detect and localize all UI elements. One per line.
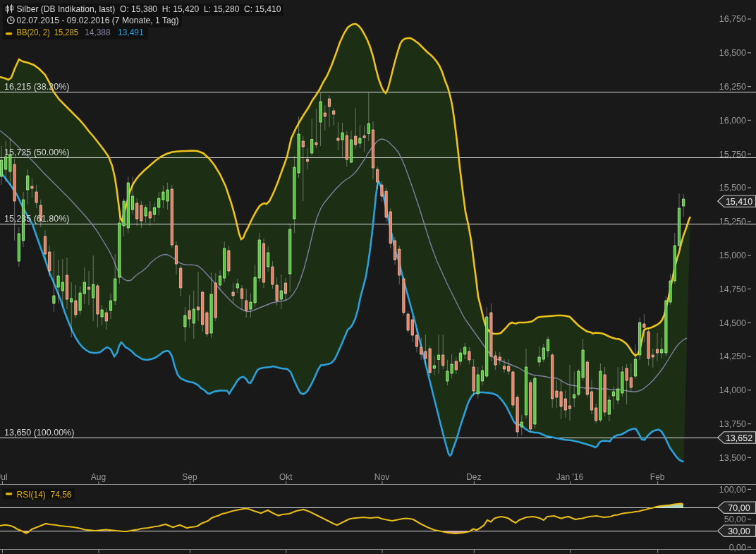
svg-text:Aug: Aug: [91, 472, 106, 482]
svg-text:50,00: 50,00: [724, 514, 746, 524]
svg-text:15,235 (61.80%): 15,235 (61.80%): [4, 214, 69, 224]
svg-text:13,491: 13,491: [118, 28, 144, 37]
svg-text:14,500: 14,500: [719, 318, 746, 328]
svg-text:16,000: 16,000: [719, 116, 746, 126]
svg-text:16,250: 16,250: [719, 82, 746, 92]
svg-text:15,500: 15,500: [719, 183, 746, 193]
svg-text:15,725 (50.00%): 15,725 (50.00%): [4, 147, 69, 157]
svg-text:15,250: 15,250: [719, 217, 746, 227]
svg-text:0,00: 0,00: [729, 543, 746, 553]
svg-text:14,250: 14,250: [719, 351, 746, 361]
svg-text:16,215 (38.20%): 16,215 (38.20%): [4, 82, 69, 92]
svg-text:15,750: 15,750: [719, 150, 746, 159]
svg-text:13,652: 13,652: [726, 433, 752, 443]
svg-text:Okt: Okt: [279, 472, 293, 482]
svg-text:15,410: 15,410: [726, 197, 752, 207]
svg-text:13,750: 13,750: [719, 419, 746, 429]
svg-text:BB(20, 2) 15,285: BB(20, 2) 15,285: [17, 28, 79, 37]
svg-text:Silber (DB Indikation, last): Silber (DB Indikation, last) O: 15,380 H…: [17, 4, 281, 14]
svg-text:100,00: 100,00: [719, 485, 746, 495]
svg-text:14,000: 14,000: [719, 385, 746, 395]
svg-text:14,750: 14,750: [719, 284, 746, 294]
svg-text:02.07.2015 - 09.02.2016 (7 Mon: 02.07.2015 - 09.02.2016 (7 Monate, 1 Tag…: [17, 16, 179, 25]
svg-text:13,500: 13,500: [719, 453, 746, 463]
svg-text:14,388: 14,388: [85, 28, 111, 37]
svg-text:Sep: Sep: [182, 472, 197, 482]
svg-text:RSI(14) 74,56: RSI(14) 74,56: [17, 490, 72, 500]
svg-text:Nov: Nov: [374, 472, 389, 482]
svg-text:13,650 (100.00%): 13,650 (100.00%): [4, 428, 74, 438]
svg-text:15,000: 15,000: [719, 251, 746, 260]
svg-text:Jan '16: Jan '16: [556, 472, 584, 482]
svg-text:Jul: Jul: [0, 472, 8, 482]
svg-text:30,00: 30,00: [728, 526, 750, 536]
svg-text:16,750: 16,750: [719, 14, 746, 24]
svg-text:Feb: Feb: [650, 472, 665, 482]
svg-text:16,500: 16,500: [719, 48, 746, 58]
svg-text:70,00: 70,00: [728, 503, 750, 513]
svg-text:Dez: Dez: [466, 472, 481, 482]
